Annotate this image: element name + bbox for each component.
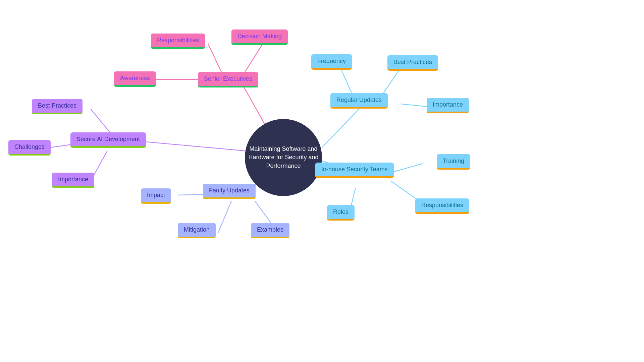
node-mitigation[interactable]: Mitigation [178,223,216,238]
svg-line-9 [178,194,205,195]
node-importance-left[interactable]: Importance [52,173,94,188]
svg-line-12 [322,102,366,147]
svg-line-17 [391,164,423,173]
svg-line-10 [218,201,231,233]
node-best-practices-left[interactable]: Best Practices [32,99,83,114]
center-node: Maintaining Software and Hardware for Se… [245,119,322,196]
node-training[interactable]: Training [437,154,470,170]
node-roles[interactable]: Roles [327,205,355,221]
node-inhouse-security[interactable]: In-house Security Teams [315,163,394,178]
node-importance-right[interactable]: Importance [427,98,469,113]
node-examples[interactable]: Examples [251,223,289,238]
node-impact[interactable]: Impact [141,188,171,204]
node-awareness[interactable]: Awareness [114,71,156,87]
node-decision-making[interactable]: Decision Making [231,29,288,45]
node-secure-ai-development[interactable]: Secure AI Development [70,132,146,148]
node-best-practices-right[interactable]: Best Practices [387,55,438,71]
node-frequency[interactable]: Frequency [311,54,352,70]
node-regular-updates[interactable]: Regular Updates [330,93,388,109]
svg-line-2 [245,40,265,72]
node-responsibilities-top[interactable]: Responsibilities [151,34,205,49]
node-responsibilities-right[interactable]: Responsibilities [415,198,469,214]
node-senior-executives[interactable]: Senior Executives [198,72,258,87]
node-challenges[interactable]: Challenges [8,140,51,156]
svg-line-1 [208,44,221,72]
node-faulty-updates[interactable]: Faulty Updates [203,184,256,199]
